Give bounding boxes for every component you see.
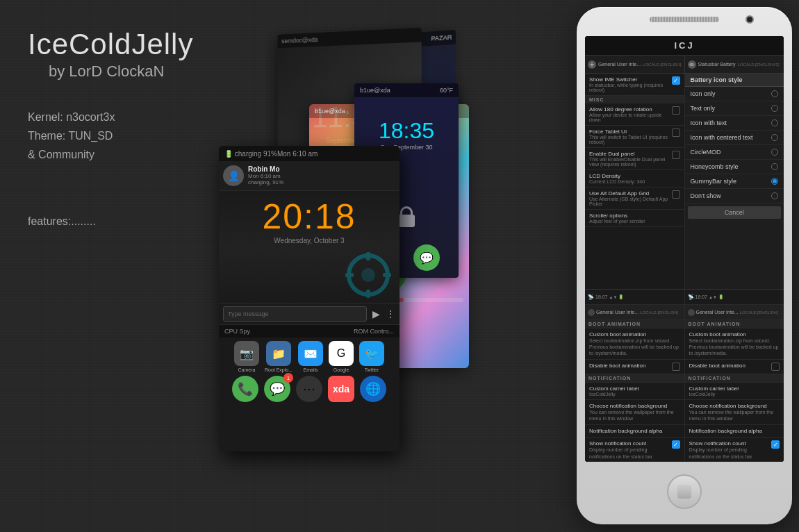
bottom-status-right: 📡 18:07 ▲▼ 🔋 <box>685 290 784 304</box>
svg-rect-8 <box>693 64 694 65</box>
bottom-tab-left[interactable]: General User Inte... LOCALE:[ENGLISH] <box>585 305 685 319</box>
dual-panel-checkbox[interactable] <box>672 151 680 159</box>
icj-header: ICJ <box>585 36 784 56</box>
notification-header-right: NOTIFICATION <box>685 374 784 383</box>
carrier-label-left[interactable]: Custom carrier label IceColdJelly <box>585 383 684 400</box>
notif-alpha-left[interactable]: Notification background alpha <box>585 425 684 438</box>
camera-icon-wrap[interactable]: 📷 Camera <box>234 341 259 372</box>
disable-boot-left[interactable]: Disable boot animation <box>585 360 684 374</box>
misc-header: MISC <box>585 96 684 103</box>
email-icon-wrap[interactable]: ✉️ Emails <box>298 341 323 372</box>
notif-alpha-right[interactable]: Notification background alpha <box>685 425 784 438</box>
notif-sub: charging, 91% <box>248 179 283 185</box>
phone-mockup: ICJ General User Inte... LOCALE:[ENGLISH… <box>577 7 792 524</box>
battery-option-text-only[interactable]: Text only <box>685 101 784 116</box>
svg-rect-2 <box>366 252 370 260</box>
more-button[interactable]: ⋮ <box>386 308 395 319</box>
disable-boot-checkbox-left[interactable] <box>672 363 680 371</box>
kernel-info: Kernel: n3ocort3x <box>28 108 115 126</box>
browser-icon[interactable]: 🌐 <box>360 376 386 402</box>
screen-3: 🔋 charging 91% Mon 6:10 am 👤 Robin Mo Mo… <box>219 146 400 451</box>
tab-general-user[interactable]: General User Inte... LOCALE:[ENGLISH] <box>585 56 685 73</box>
phone-home-button[interactable] <box>667 474 702 509</box>
phone-body: ICJ General User Inte... LOCALE:[ENGLISH… <box>577 7 792 524</box>
battery-option-icon-text[interactable]: Icon with text <box>685 116 784 131</box>
lcd-density-item[interactable]: LCD Density Current LCD Density: 340 <box>585 170 684 188</box>
scroller-item[interactable]: Scroller options Adjust feel of your scr… <box>585 210 684 227</box>
send-button[interactable]: ▶ <box>370 307 383 321</box>
notification-area: 👤 Robin Mo Mon 6:10 am charging, 91% <box>219 161 400 191</box>
contact-avatar: 👤 <box>223 165 244 186</box>
tablet-ui-item[interactable]: Force Tablet UI This will switch to Tabl… <box>585 126 684 148</box>
svg-point-1 <box>361 268 375 282</box>
app-grid-item[interactable]: Use Alt Default App Grid Use Alternate (… <box>585 188 684 210</box>
svg-point-6 <box>591 63 593 65</box>
svg-rect-3 <box>366 290 370 298</box>
bottom-tab-right-icon <box>688 309 695 316</box>
show-ime-item[interactable]: Show IME Switcher In statusbar, while ty… <box>585 74 684 96</box>
main-time: 20:18 <box>219 197 400 237</box>
settings-icon <box>588 60 596 69</box>
google-icon-wrap[interactable]: G Google <box>329 341 354 372</box>
notif-bg-right[interactable]: Choose notification background You can r… <box>685 400 784 425</box>
main-date: Wednesday, October 3 <box>219 237 400 244</box>
battery-option-honeycomb[interactable]: Honeycomb style <box>685 160 784 174</box>
notif-count-checkbox-left[interactable] <box>672 440 680 449</box>
nav-buttons-bar: ◁ ○ □ <box>585 461 784 462</box>
bottom-right-panel: BOOT ANIMATION Custom boot animation Sel… <box>685 320 784 461</box>
disable-boot-right[interactable]: Disable boot animation <box>685 360 784 374</box>
battery-icon <box>688 60 696 69</box>
bottom-status-left: 📡 18:07 ▲▼ 🔋 <box>585 290 685 304</box>
general-user-panel: Show IME Switcher In statusbar, while ty… <box>585 74 685 289</box>
rotation-item[interactable]: Allow 180 degree rotation Allow your dev… <box>585 103 684 126</box>
notif-time: Mon 6:10 am <box>248 173 283 179</box>
icj-screen: ICJ General User Inte... LOCALE:[ENGLISH… <box>585 36 784 462</box>
notif-count-left[interactable]: Show notification count Display number o… <box>585 438 684 461</box>
battery-option-circlemod[interactable]: CircleMOD <box>685 145 784 160</box>
apps-icon[interactable]: ⋯ <box>296 376 322 402</box>
xda-icon[interactable]: xda <box>328 376 354 402</box>
message-input[interactable]: Type message <box>223 306 367 322</box>
svg-rect-4 <box>345 273 354 277</box>
features-label: features:........ <box>28 215 96 228</box>
battery-option-gummybar[interactable]: GummyBar style <box>685 174 784 189</box>
disable-boot-checkbox-right[interactable] <box>771 363 780 371</box>
tab-statusbar-battery[interactable]: Statusbar Battery LOCALE:[ENGLISH/2] <box>685 56 784 73</box>
battery-option-icon-only[interactable]: Icon only <box>685 87 784 101</box>
twitter-icon-wrap[interactable]: 🐦 Twitter <box>359 341 384 372</box>
app-grid-checkbox[interactable] <box>672 190 680 199</box>
notif-count-right[interactable]: Show notification count Display number o… <box>685 438 784 461</box>
phone-app-icon[interactable]: 📞 <box>232 376 258 402</box>
carrier-label-right[interactable]: Custom carrier label IceColdJelly <box>685 383 784 400</box>
boot-animation-header-right: BOOT ANIMATION <box>685 320 784 329</box>
custom-boot-right[interactable]: Custom boot animation Select bootanimati… <box>685 329 784 360</box>
custom-boot-left[interactable]: Custom boot animation Select bootanimati… <box>585 329 684 360</box>
notif-bg-left[interactable]: Choose notification background You can r… <box>585 400 684 425</box>
dual-panel-item[interactable]: Enable Dual panel This will Enable/Disab… <box>585 148 684 170</box>
tablet-ui-checkbox[interactable] <box>672 128 680 137</box>
rom-control-label: ROM Contro... <box>354 328 394 335</box>
messages-app-icon[interactable]: 💬 1 <box>264 376 290 402</box>
community-info: & Community <box>28 145 115 164</box>
cancel-button[interactable]: Cancel <box>688 206 782 219</box>
bottom-tab-right[interactable]: General User Inte... LOCALE:[ENGLISH] <box>685 305 784 319</box>
battery-option-dont-show[interactable]: Don't show <box>685 189 784 203</box>
svg-rect-9 <box>690 64 692 65</box>
phone-screen-area: ICJ General User Inte... LOCALE:[ENGLISH… <box>585 36 784 462</box>
bottom-left-panel: BOOT ANIMATION Custom boot animation Sel… <box>585 320 685 461</box>
phone-speaker <box>650 17 719 22</box>
app-icons-area: 📷 Camera 📁 Root Explo... ✉️ Emails G Goo… <box>219 338 400 406</box>
theme-info: Theme: TUN_SD <box>28 126 115 145</box>
svg-rect-5 <box>383 273 391 277</box>
battery-option-centered-text[interactable]: Icon with centered text <box>685 131 784 145</box>
rotation-checkbox[interactable] <box>672 106 680 115</box>
ime-switcher-checkbox[interactable] <box>672 76 680 85</box>
gear-decoration <box>344 251 393 299</box>
screen3-statusbar: 🔋 charging 91% Mon 6:10 am <box>219 146 400 161</box>
boot-animation-header-left: BOOT ANIMATION <box>585 320 684 329</box>
message-input-area: Type message ▶ ⋮ <box>219 303 400 325</box>
root-explorer-icon-wrap[interactable]: 📁 Root Explo... <box>265 341 293 372</box>
notif-count-checkbox-right[interactable] <box>771 440 780 449</box>
notification-header-left: NOTIFICATION <box>585 374 684 383</box>
battery-style-panel: Battery icon style Icon only Text only I… <box>685 74 784 289</box>
